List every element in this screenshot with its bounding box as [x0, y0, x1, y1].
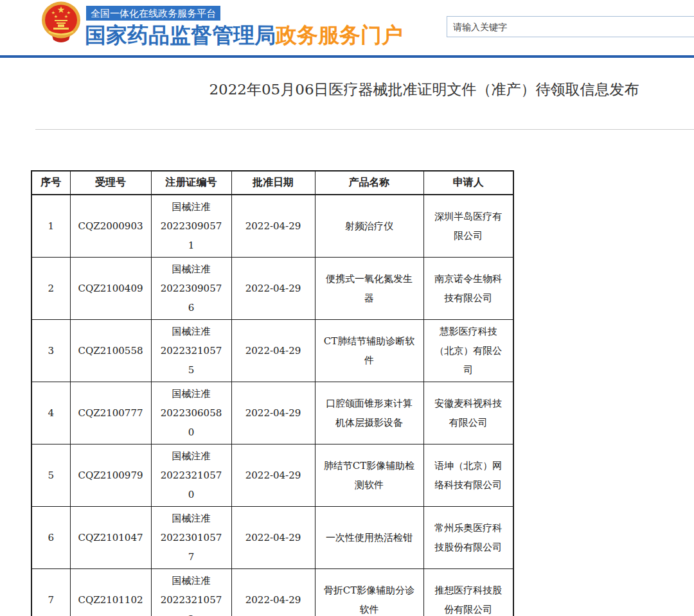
col-header-approval-date: 批准日期 [231, 171, 315, 195]
header-divider [0, 55, 694, 58]
cell-no: 2 [31, 258, 70, 320]
cell-no: 4 [31, 382, 70, 444]
approval-table-body: 1CQZ2000903国械注准202230905712022-04-29射频治疗… [31, 195, 513, 616]
col-header-no: 序号 [31, 171, 70, 195]
svg-text:★: ★ [64, 14, 68, 19]
cell-product_name: 射频治疗仪 [315, 195, 423, 258]
cell-acceptance_no: CQZ2101102 [70, 569, 151, 616]
cell-acceptance_no: CQZ2100777 [70, 382, 151, 444]
cell-product_name: CT肺结节辅助诊断软件 [315, 320, 423, 382]
cell-product_name: 肺结节CT影像辅助检测软件 [315, 444, 423, 507]
table-row: 7CQZ2101102国械注准202232105722022-04-29骨折CT… [31, 569, 513, 616]
national-emblem-icon: ★ ★ ★ ★ ★ [40, 1, 82, 42]
site-name: 国家药品监督管理局 [85, 23, 276, 47]
cell-product_name: 口腔颌面锥形束计算机体层摄影设备 [315, 382, 423, 444]
cell-no: 1 [31, 195, 70, 258]
title-separator [35, 129, 694, 130]
cell-approval_date: 2022-04-29 [231, 320, 315, 382]
cell-applicant: 常州乐奥医疗科技股份有限公司 [423, 507, 513, 569]
table-row: 5CQZ2100979国械注准202232105702022-04-29肺结节C… [31, 444, 513, 507]
svg-text:★: ★ [57, 4, 66, 15]
cell-applicant: 慧影医疗科技（北京）有限公司 [423, 320, 513, 382]
platform-badge: 全国一体化在线政务服务平台 [86, 6, 220, 21]
cell-acceptance_no: CQZ2100558 [70, 320, 151, 382]
col-header-registration-no: 注册证编号 [151, 171, 231, 195]
table-row: 4CQZ2100777国械注准202230605802022-04-29口腔颌面… [31, 382, 513, 444]
cell-no: 5 [31, 444, 70, 507]
cell-acceptance_no: CQZ2100409 [70, 258, 151, 320]
cell-applicant: 南京诺令生物科技有限公司 [423, 258, 513, 320]
table-row: 3CQZ2100558国械注准202232105752022-04-29CT肺结… [31, 320, 513, 382]
cell-registration_no: 国械注准20223090571 [151, 195, 231, 258]
cell-acceptance_no: CQZ2101047 [70, 507, 151, 569]
cell-registration_no: 国械注准20223060580 [151, 382, 231, 444]
page-title: 2022年05月06日医疗器械批准证明文件（准产）待领取信息发布 [154, 78, 694, 100]
cell-registration_no: 国械注准20223210575 [151, 320, 231, 382]
cell-applicant: 安徽麦科视科技有限公司 [423, 382, 513, 444]
cell-approval_date: 2022-04-29 [231, 382, 315, 444]
cell-approval_date: 2022-04-29 [231, 195, 315, 258]
search-input[interactable] [447, 16, 694, 37]
cell-no: 7 [31, 569, 70, 616]
cell-registration_no: 国械注准20223210570 [151, 444, 231, 507]
cell-registration_no: 国械注准20223090576 [151, 258, 231, 320]
cell-product_name: 便携式一氧化氮发生器 [315, 258, 423, 320]
cell-product_name: 骨折CT影像辅助分诊软件 [315, 569, 423, 616]
table-header: 序号 受理号 注册证编号 批准日期 产品名称 申请人 [31, 171, 513, 195]
cell-registration_no: 国械注准20223210572 [151, 569, 231, 616]
cell-approval_date: 2022-04-29 [231, 569, 315, 616]
cell-approval_date: 2022-04-29 [231, 444, 315, 507]
cell-acceptance_no: CQZ2000903 [70, 195, 151, 258]
table-header-row: 序号 受理号 注册证编号 批准日期 产品名称 申请人 [31, 171, 513, 195]
site-title: 国家药品监督管理局政务服务门户 [85, 21, 403, 50]
portal-suffix: 政务服务门户 [276, 23, 403, 47]
col-header-product-name: 产品名称 [315, 171, 423, 195]
table-row: 1CQZ2000903国械注准202230905712022-04-29射频治疗… [31, 195, 513, 258]
cell-registration_no: 国械注准20223010577 [151, 507, 231, 569]
approval-table: 序号 受理号 注册证编号 批准日期 产品名称 申请人 1CQZ2000903国械… [31, 170, 514, 616]
cell-approval_date: 2022-04-29 [231, 507, 315, 569]
cell-applicant: 推想医疗科技股份有限公司 [423, 569, 513, 616]
col-header-acceptance-no: 受理号 [70, 171, 151, 195]
cell-approval_date: 2022-04-29 [231, 258, 315, 320]
cell-acceptance_no: CQZ2100979 [70, 444, 151, 507]
table-row: 6CQZ2101047国械注准202230105772022-04-29一次性使… [31, 507, 513, 569]
cell-applicant: 深圳半岛医疗有限公司 [423, 195, 513, 258]
cell-product_name: 一次性使用热活检钳 [315, 507, 423, 569]
cell-no: 6 [31, 507, 70, 569]
table-row: 2CQZ2100409国械注准202230905762022-04-29便携式一… [31, 258, 513, 320]
cell-applicant: 语坤（北京）网络科技有限公司 [423, 444, 513, 507]
site-header: ★ ★ ★ ★ ★ 全国一体化在线政务服务平台 国家药品监督管理局政务服务门户 [0, 0, 694, 55]
cell-no: 3 [31, 320, 70, 382]
col-header-applicant: 申请人 [423, 171, 513, 195]
svg-text:★: ★ [54, 14, 58, 19]
